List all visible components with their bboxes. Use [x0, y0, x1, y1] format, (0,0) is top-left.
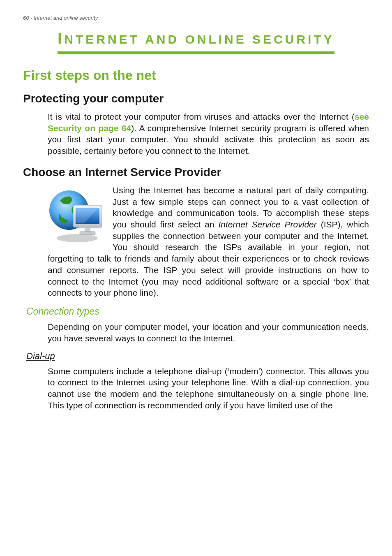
heading-first-steps: First steps on the net — [23, 68, 369, 83]
svg-rect-5 — [80, 232, 95, 235]
heading-connection-types: Connection types — [26, 306, 369, 317]
globe-monitor-icon — [48, 186, 105, 244]
main-title-rest: NTERNET AND ONLINE SECURITY — [64, 32, 334, 46]
main-title: INTERNET AND ONLINE SECURITY — [58, 30, 334, 54]
running-header: 60 - Internet and online security — [23, 15, 369, 21]
heading-choose-isp: Choose an Internet Service Provider — [23, 166, 369, 179]
page: 60 - Internet and online security INTERN… — [0, 0, 392, 433]
paragraph-connection-types: Depending on your computer model, your l… — [48, 321, 369, 344]
svg-point-0 — [57, 234, 98, 242]
paragraph-dialup: Some computers include a telephone dial-… — [48, 366, 369, 411]
isp-term: Internet Service Provider — [218, 220, 316, 229]
heading-dialup: Dial-up — [26, 351, 369, 361]
paragraph-isp: Using the Internet has become a natural … — [48, 185, 369, 299]
paragraph-protecting: It is vital to protect your computer fro… — [48, 111, 369, 157]
text-span: It is vital to protect your computer fro… — [48, 112, 355, 121]
main-title-wrap: INTERNET AND ONLINE SECURITY — [23, 30, 369, 54]
isp-illustration — [48, 186, 105, 244]
main-title-initial: I — [58, 30, 64, 47]
heading-protecting: Protecting your computer — [23, 92, 369, 105]
svg-rect-4 — [85, 227, 90, 232]
